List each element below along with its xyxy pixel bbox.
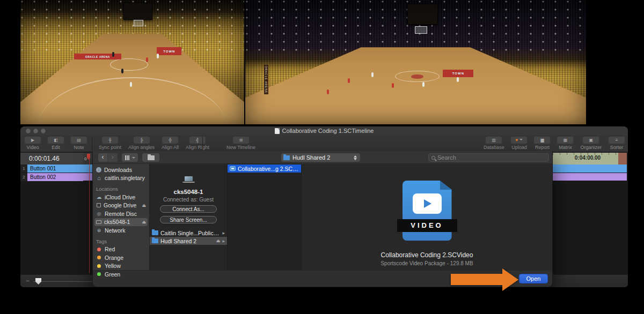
align-all-button[interactable]: ╬ Align All [162, 137, 179, 150]
server-status: Connected as: Guest [150, 197, 227, 203]
sidebar-tag-yellow[interactable]: Yellow [93, 262, 149, 271]
database-button[interactable]: ▥ Database [484, 137, 504, 150]
video-angle-2[interactable]: ORACLE ARENA TOWN [245, 0, 586, 124]
sidebar-item-remote-disc[interactable]: ◎ Remote Disc [93, 210, 149, 218]
report-icon: ▆ [534, 137, 550, 144]
database-icon: ▥ [486, 137, 502, 144]
sidebar-item-cks5048-1[interactable]: cks5048-1 ⏏ [94, 218, 148, 227]
file-preview-pane: VIDEO Collaborative Coding 2.SCVideo Spo… [302, 164, 552, 270]
organizer-button[interactable]: ▣ Organizer [580, 137, 602, 150]
video-angle-1[interactable]: ORACLE ARENA TOWN [20, 0, 244, 124]
code-row-label[interactable]: Button 001 [27, 165, 83, 173]
eject-icon[interactable]: ⏏ [142, 220, 146, 225]
chevron-down-icon [132, 157, 135, 159]
video-package-icon: VIDEO [402, 181, 452, 241]
folder-row-public-folder[interactable]: Caitlin Single...Public Folder ▶ [150, 229, 227, 237]
search-field[interactable] [428, 153, 549, 162]
sidebar-tag-red[interactable]: Red [93, 245, 149, 254]
row-track-purple [83, 173, 92, 181]
main-toolbar: ▶ Video ◧ Edit ▤ Note ╫ Sync point [20, 135, 628, 152]
home-icon: ⌂ [96, 175, 102, 181]
folder-icon [152, 238, 158, 243]
report-button[interactable]: ▆ Report [534, 137, 550, 150]
dialog-toolbar: ‹ › Hudl Shared 2 [93, 151, 552, 164]
organizer-icon: ▣ [583, 137, 599, 144]
page-fold [440, 181, 452, 190]
align-right-button[interactable]: ╣ Align Right [186, 137, 209, 150]
new-timeline-button[interactable]: ⊞ New Timeline [226, 137, 255, 150]
locations-header: Locations [93, 182, 149, 193]
timeline-ruler[interactable]: 0:04:00.00 [553, 153, 627, 165]
share-screen-button[interactable]: Share Screen... [160, 216, 217, 223]
sidebar-item-home[interactable]: ⌂ caitlin.singletary [93, 174, 149, 183]
file-row-scvideo-selected[interactable]: Collaborative...g 2.SCVideo [228, 165, 301, 173]
row-track-blue [83, 165, 92, 173]
folder-row-hudl-shared-2[interactable]: Hudl Shared 2 ⏏ ▶ [150, 237, 227, 245]
cloud-icon: ☁ [96, 194, 102, 200]
scvideo-file-icon [230, 166, 236, 171]
sidebar-item-network[interactable]: ⊕ Network [93, 226, 149, 235]
sync-point-icon: ╫ [102, 137, 118, 144]
timeline-row-2[interactable]: 2 Button 002 [20, 173, 83, 181]
sidebar-item-google-drive[interactable]: Google Drive ⏏ [93, 201, 149, 210]
view-mode-button[interactable] [122, 153, 138, 162]
video-badge: VIDEO [397, 219, 457, 232]
playhead-line[interactable] [89, 154, 90, 273]
zoom-slider-knob[interactable] [35, 278, 41, 285]
sync-point-button[interactable]: ╫ Sync point [99, 137, 121, 150]
sidebar-item-downloads[interactable]: ↓ Downloads [93, 166, 149, 174]
align-all-icon: ╬ [162, 137, 178, 144]
annotation-arrow [451, 268, 521, 291]
connect-as-button[interactable]: Connect As... [160, 205, 217, 213]
align-right-icon: ╣ [189, 137, 206, 144]
drive-icon [97, 203, 101, 207]
upload-button[interactable]: ♥ Upload [511, 137, 527, 150]
edit-icon: ◧ [48, 137, 64, 144]
network-icon: ⊕ [96, 228, 102, 233]
chevron-down-icon [519, 139, 523, 140]
eject-icon[interactable]: ⏏ [142, 203, 146, 208]
sidebar-tag-orange[interactable]: Orange [93, 253, 149, 262]
video-button[interactable]: ▶ Video [25, 137, 41, 150]
align-angles-button[interactable]: ╠ Align angles [128, 137, 155, 150]
edit-button[interactable]: ◧ Edit [48, 137, 64, 150]
new-timeline-icon: ⊞ [233, 137, 249, 144]
note-button[interactable]: ▤ Note [71, 137, 87, 150]
align-angles-icon: ╠ [134, 137, 150, 144]
code-row-label[interactable]: Button 002 [27, 173, 83, 181]
row-track-blue [553, 165, 627, 173]
location-popup[interactable]: Hudl Shared 2 [281, 153, 360, 162]
red-tag-icon [97, 248, 101, 251]
row-number: 2 [20, 173, 27, 181]
video-icon: ▶ [25, 137, 41, 144]
disc-icon: ◎ [96, 211, 102, 216]
ruler-end-segment [618, 153, 627, 165]
eject-icon[interactable]: ⏏ [216, 238, 221, 243]
folder-action-button[interactable] [142, 153, 159, 162]
sidebar-item-icloud-drive[interactable]: ☁ iCloud Drive [93, 193, 149, 201]
chevron-right-icon: ▶ [222, 239, 225, 243]
preview-filename: Collaborative Coding 2.SCVideo [302, 251, 552, 259]
dialog-sidebar: ↓ Downloads ⌂ caitlin.singletary Locatio… [93, 164, 150, 270]
movie-duration: 0:04:00.00 [564, 155, 612, 161]
upload-icon: ♥ [511, 137, 527, 144]
preview-file-meta: Sportscode Video Package - 129.8 MB [302, 260, 552, 266]
sorter-button[interactable]: ≡ Sorter [609, 137, 625, 150]
document-icon [275, 128, 280, 134]
matrix-button[interactable]: ▦ Matrix [557, 137, 573, 150]
back-button[interactable]: ‹ [98, 153, 108, 162]
note-icon: ▤ [71, 137, 87, 144]
timeline-row-1[interactable]: 1 Button 001 [20, 165, 83, 173]
zoom-out-label: − [26, 277, 30, 285]
column-view-icon [125, 155, 129, 160]
search-icon [431, 156, 435, 160]
row-track-purple [553, 173, 627, 181]
forward-button[interactable]: › [108, 153, 118, 162]
open-button[interactable]: Open [519, 274, 548, 283]
popup-arrows-icon [354, 155, 358, 160]
browser-column-files: Collaborative...g 2.SCVideo [228, 164, 302, 270]
screen: ORACLE ARENA TOWN ORACLE ARENA TOWN [0, 0, 644, 314]
search-input[interactable] [437, 154, 546, 161]
play-icon [424, 199, 431, 208]
folder-icon [152, 230, 158, 235]
